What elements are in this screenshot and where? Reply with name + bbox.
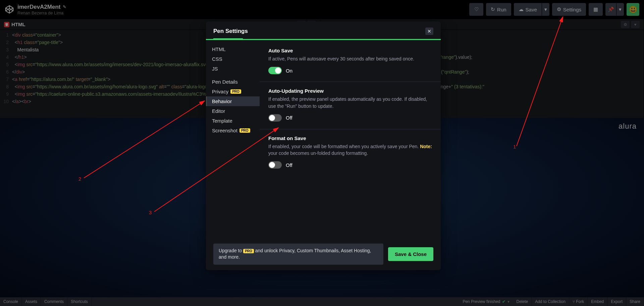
format-on-save-section: Format on Save If enabled, your code wil… bbox=[260, 129, 441, 176]
pen-settings-modal: Pen Settings ✕ HTML CSS JS Pen Details P… bbox=[206, 21, 441, 270]
annotation-1: 1 bbox=[513, 144, 516, 149]
modal-main: Auto Save If active, Pens will autosave … bbox=[260, 40, 441, 238]
pro-badge: PRO bbox=[239, 128, 250, 133]
tab-css[interactable]: CSS bbox=[206, 54, 260, 64]
auto-updating-desc: If enabled, the preview panel updates au… bbox=[268, 96, 432, 110]
tab-html[interactable]: HTML bbox=[206, 44, 260, 54]
format-state: Off bbox=[286, 162, 292, 168]
modal-title: Pen Settings bbox=[213, 28, 248, 35]
auto-updating-state: Off bbox=[286, 115, 292, 121]
upgrade-callout[interactable]: Upgrade to PRO and unlock Privacy, Custo… bbox=[213, 244, 383, 265]
modal-close-button[interactable]: ✕ bbox=[425, 28, 433, 35]
format-toggle[interactable] bbox=[268, 161, 282, 169]
tab-editor[interactable]: Editor bbox=[206, 106, 260, 116]
auto-save-section: Auto Save If active, Pens will autosave … bbox=[260, 42, 441, 82]
tab-template[interactable]: Template bbox=[206, 116, 260, 126]
auto-updating-title: Auto-Updating Preview bbox=[268, 88, 432, 94]
tab-pen-details[interactable]: Pen Details bbox=[206, 77, 260, 87]
close-icon: ✕ bbox=[427, 29, 431, 34]
auto-save-title: Auto Save bbox=[268, 48, 432, 53]
pro-badge: PRO bbox=[243, 249, 254, 253]
format-desc: If enabled, your code will be formatted … bbox=[268, 143, 432, 157]
auto-updating-toggle[interactable] bbox=[268, 114, 282, 122]
tab-screenshot[interactable]: ScreenshotPRO bbox=[206, 126, 260, 135]
auto-save-desc: If active, Pens will autosave every 30 s… bbox=[268, 55, 432, 62]
annotation-2: 2 bbox=[78, 176, 81, 182]
tab-js[interactable]: JS bbox=[206, 64, 260, 74]
tab-privacy[interactable]: PrivacyPRO bbox=[206, 87, 260, 96]
annotation-3: 3 bbox=[149, 210, 152, 215]
modal-sidebar: HTML CSS JS Pen Details PrivacyPRO Behav… bbox=[206, 40, 260, 238]
auto-save-toggle[interactable] bbox=[268, 67, 282, 74]
tab-behavior[interactable]: Behavior bbox=[206, 96, 260, 106]
auto-save-state: On bbox=[286, 68, 292, 74]
format-title: Format on Save bbox=[268, 135, 432, 141]
auto-updating-section: Auto-Updating Preview If enabled, the pr… bbox=[260, 82, 441, 129]
pro-badge: PRO bbox=[230, 89, 241, 94]
save-and-close-button[interactable]: Save & Close bbox=[388, 247, 433, 261]
